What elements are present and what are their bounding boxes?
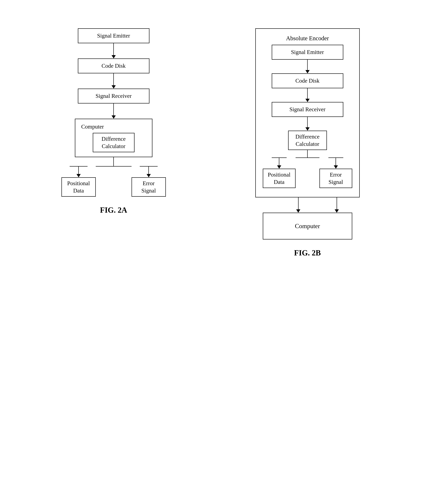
fig2b-positional-data-box: Positional Data [263, 169, 295, 188]
fig2a-computer-outer-box: Computer Difference Calculator [75, 119, 152, 157]
fig2b-diff-calc-box: Difference Calculator [288, 131, 327, 150]
fig2b-error-signal-box: Error Signal [319, 169, 352, 188]
fig2b-rtc-line [337, 198, 337, 209]
fig2b-line2 [307, 88, 308, 99]
fig2b-code-disk-box: Code Disk [272, 73, 343, 88]
fig2a-arrow2 [112, 85, 116, 89]
fig2a-signal-receiver-label: Signal Receiver [96, 92, 132, 100]
fig2b-error-signal-label: Error Signal [329, 171, 343, 186]
fig2b-line1 [307, 60, 308, 70]
fig2b-rtc-arrow [335, 209, 339, 213]
fig2a-connector3 [112, 103, 116, 119]
fig2a-diff-calc-label: Difference Calculator [102, 135, 126, 150]
fig2a-signal-emitter-label: Signal Emitter [97, 32, 130, 39]
fig2a-label: FIG. 2A [100, 206, 127, 214]
fig2a-left-arrow-col [77, 167, 81, 177]
fig2a-line1 [113, 43, 114, 55]
fig2a-right-arrow-col [147, 167, 151, 177]
fig2b-left-vline [279, 158, 279, 165]
fig2a-diagram: Signal Emitter Code Disk Signal Receiver… [61, 28, 166, 214]
fig2b-ltc-arrow [296, 209, 300, 213]
fig2a-computer-label: Computer [80, 122, 147, 133]
fig2a-line2 [113, 73, 114, 85]
fig2a-branch-container: Positional Data Error Signal [61, 166, 166, 197]
fig2b-line4 [307, 150, 308, 157]
fig2a-signal-emitter-box: Signal Emitter [78, 28, 150, 43]
fig2a-positional-data-label: Positional Data [67, 180, 90, 194]
fig2a-line4 [113, 157, 114, 166]
fig2a-arrow3 [112, 115, 116, 119]
fig2b-to-computer-lines [276, 198, 339, 213]
fig2b-right-to-computer [335, 198, 339, 213]
fig2b-diagram: Absolute Encoder Signal Emitter Code Dis… [255, 28, 360, 257]
fig2b-signal-receiver-box: Signal Receiver [272, 102, 343, 117]
fig2b-absolute-encoder-box: Absolute Encoder Signal Emitter Code Dis… [255, 28, 360, 198]
fig2b-left-branch: Positional Data [263, 157, 295, 188]
fig2a-right-arrow [147, 174, 151, 177]
fig2a-error-signal-label: Error Signal [141, 180, 156, 194]
fig2b-absolute-encoder-label: Absolute Encoder [262, 33, 353, 42]
fig2b-left-arrow [277, 165, 281, 169]
fig2b-diff-calc-label: Difference Calculator [295, 133, 319, 148]
fig2a-split-top [113, 157, 114, 166]
fig2b-arrow3 [305, 127, 310, 131]
fig2a-right-vline [148, 167, 149, 174]
fig2b-label: FIG. 2B [294, 248, 321, 257]
fig2b-ltc-line [298, 198, 299, 209]
fig2a-diff-calc-box: Difference Calculator [93, 133, 134, 152]
fig2b-center-hline [295, 157, 319, 158]
fig2a-connector2 [112, 73, 116, 89]
fig2a-left-branch: Positional Data [61, 166, 96, 197]
fig2b-code-disk-label: Code Disk [295, 77, 319, 84]
fig2a-center-line [96, 166, 132, 167]
fig2b-right-branch: Error Signal [319, 157, 352, 188]
fig2a-center-hline [96, 166, 132, 167]
fig2b-connector1 [305, 60, 310, 73]
fig2a-left-vline [78, 167, 79, 174]
fig2a-positional-data-box: Positional Data [61, 177, 96, 197]
fig2b-arrow2 [305, 99, 310, 102]
fig2b-arrow1 [305, 70, 310, 73]
fig2a-error-signal-box: Error Signal [132, 177, 166, 197]
fig2a-signal-receiver-box: Signal Receiver [78, 89, 150, 103]
fig2b-signal-emitter-label: Signal Emitter [291, 48, 324, 56]
fig2b-computer-box: Computer [263, 213, 352, 240]
fig2b-signal-receiver-label: Signal Receiver [289, 106, 325, 113]
fig2b-branch-container: Positional Data Error Signal [263, 157, 352, 188]
fig2a-arrow1 [112, 55, 116, 59]
fig2b-left-to-computer [296, 198, 300, 213]
fig2b-split-top [307, 150, 308, 157]
fig2b-line3 [307, 117, 308, 127]
fig2a-line3 [113, 103, 114, 115]
fig2a-code-disk-label: Code Disk [102, 62, 126, 70]
fig2a-connector1 [112, 43, 116, 59]
fig2b-signal-emitter-box: Signal Emitter [272, 45, 343, 60]
fig2b-connector2 [305, 88, 310, 102]
fig2b-right-arrow [334, 165, 338, 169]
fig2b-connector3 [305, 117, 310, 131]
fig2b-right-vline [336, 158, 336, 165]
fig2a-left-arrow [77, 174, 81, 177]
fig2a-code-disk-box: Code Disk [78, 59, 150, 73]
fig2a-right-branch: Error Signal [132, 166, 166, 197]
fig2b-computer-label: Computer [295, 222, 320, 230]
fig2b-positional-data-label: Positional Data [268, 171, 290, 186]
